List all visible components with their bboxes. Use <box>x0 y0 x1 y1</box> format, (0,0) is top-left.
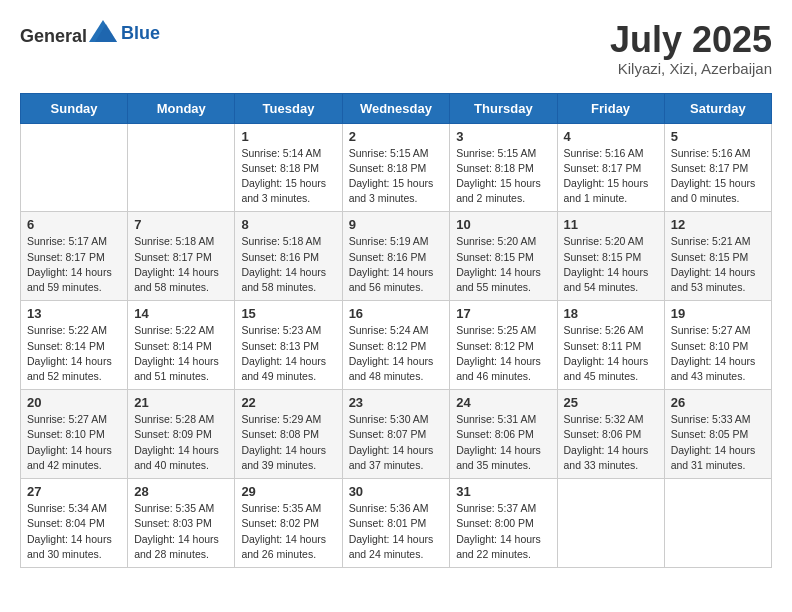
calendar-cell: 16Sunrise: 5:24 AM Sunset: 8:12 PM Dayli… <box>342 301 450 390</box>
calendar-cell: 31Sunrise: 5:37 AM Sunset: 8:00 PM Dayli… <box>450 479 557 568</box>
weekday-header: Saturday <box>664 93 771 123</box>
day-info: Sunrise: 5:24 AM Sunset: 8:12 PM Dayligh… <box>349 323 445 384</box>
day-number: 7 <box>134 217 229 232</box>
day-number: 23 <box>349 395 445 410</box>
day-info: Sunrise: 5:36 AM Sunset: 8:01 PM Dayligh… <box>349 501 445 562</box>
calendar-cell: 21Sunrise: 5:28 AM Sunset: 8:09 PM Dayli… <box>128 390 235 479</box>
calendar-cell: 5Sunrise: 5:16 AM Sunset: 8:17 PM Daylig… <box>664 123 771 212</box>
calendar-cell <box>664 479 771 568</box>
day-number: 3 <box>456 129 551 144</box>
calendar-cell: 11Sunrise: 5:20 AM Sunset: 8:15 PM Dayli… <box>557 212 664 301</box>
day-number: 22 <box>241 395 336 410</box>
day-number: 6 <box>27 217 122 232</box>
day-info: Sunrise: 5:29 AM Sunset: 8:08 PM Dayligh… <box>241 412 336 473</box>
day-number: 17 <box>456 306 551 321</box>
calendar-cell: 12Sunrise: 5:21 AM Sunset: 8:15 PM Dayli… <box>664 212 771 301</box>
title-block: July 2025 Kilyazi, Xizi, Azerbaijan <box>610 20 772 77</box>
calendar-week-row: 6Sunrise: 5:17 AM Sunset: 8:17 PM Daylig… <box>21 212 772 301</box>
day-number: 1 <box>241 129 336 144</box>
day-info: Sunrise: 5:28 AM Sunset: 8:09 PM Dayligh… <box>134 412 229 473</box>
weekday-header: Friday <box>557 93 664 123</box>
day-info: Sunrise: 5:18 AM Sunset: 8:16 PM Dayligh… <box>241 234 336 295</box>
day-info: Sunrise: 5:27 AM Sunset: 8:10 PM Dayligh… <box>27 412 122 473</box>
calendar-cell: 2Sunrise: 5:15 AM Sunset: 8:18 PM Daylig… <box>342 123 450 212</box>
day-number: 21 <box>134 395 229 410</box>
day-number: 24 <box>456 395 551 410</box>
calendar-cell: 17Sunrise: 5:25 AM Sunset: 8:12 PM Dayli… <box>450 301 557 390</box>
day-number: 11 <box>564 217 659 232</box>
day-number: 4 <box>564 129 659 144</box>
day-number: 18 <box>564 306 659 321</box>
day-info: Sunrise: 5:25 AM Sunset: 8:12 PM Dayligh… <box>456 323 551 384</box>
calendar-cell: 27Sunrise: 5:34 AM Sunset: 8:04 PM Dayli… <box>21 479 128 568</box>
day-number: 12 <box>671 217 766 232</box>
calendar-cell <box>128 123 235 212</box>
calendar-cell: 28Sunrise: 5:35 AM Sunset: 8:03 PM Dayli… <box>128 479 235 568</box>
calendar-cell: 22Sunrise: 5:29 AM Sunset: 8:08 PM Dayli… <box>235 390 342 479</box>
day-info: Sunrise: 5:32 AM Sunset: 8:06 PM Dayligh… <box>564 412 659 473</box>
logo-general: General <box>20 26 87 46</box>
calendar-table: SundayMondayTuesdayWednesdayThursdayFrid… <box>20 93 772 568</box>
calendar-cell: 8Sunrise: 5:18 AM Sunset: 8:16 PM Daylig… <box>235 212 342 301</box>
day-info: Sunrise: 5:26 AM Sunset: 8:11 PM Dayligh… <box>564 323 659 384</box>
day-number: 19 <box>671 306 766 321</box>
day-number: 29 <box>241 484 336 499</box>
calendar-week-row: 27Sunrise: 5:34 AM Sunset: 8:04 PM Dayli… <box>21 479 772 568</box>
day-info: Sunrise: 5:22 AM Sunset: 8:14 PM Dayligh… <box>27 323 122 384</box>
weekday-header: Monday <box>128 93 235 123</box>
calendar-cell: 9Sunrise: 5:19 AM Sunset: 8:16 PM Daylig… <box>342 212 450 301</box>
location: Kilyazi, Xizi, Azerbaijan <box>610 60 772 77</box>
logo: General Blue <box>20 20 160 47</box>
day-info: Sunrise: 5:22 AM Sunset: 8:14 PM Dayligh… <box>134 323 229 384</box>
day-info: Sunrise: 5:37 AM Sunset: 8:00 PM Dayligh… <box>456 501 551 562</box>
weekday-header: Tuesday <box>235 93 342 123</box>
calendar-cell: 4Sunrise: 5:16 AM Sunset: 8:17 PM Daylig… <box>557 123 664 212</box>
day-info: Sunrise: 5:16 AM Sunset: 8:17 PM Dayligh… <box>671 146 766 207</box>
calendar-week-row: 13Sunrise: 5:22 AM Sunset: 8:14 PM Dayli… <box>21 301 772 390</box>
calendar-cell: 14Sunrise: 5:22 AM Sunset: 8:14 PM Dayli… <box>128 301 235 390</box>
calendar-cell: 26Sunrise: 5:33 AM Sunset: 8:05 PM Dayli… <box>664 390 771 479</box>
calendar-cell: 25Sunrise: 5:32 AM Sunset: 8:06 PM Dayli… <box>557 390 664 479</box>
day-number: 9 <box>349 217 445 232</box>
day-info: Sunrise: 5:20 AM Sunset: 8:15 PM Dayligh… <box>564 234 659 295</box>
day-number: 2 <box>349 129 445 144</box>
day-info: Sunrise: 5:35 AM Sunset: 8:02 PM Dayligh… <box>241 501 336 562</box>
logo-icon <box>89 20 117 42</box>
day-info: Sunrise: 5:18 AM Sunset: 8:17 PM Dayligh… <box>134 234 229 295</box>
calendar-cell: 13Sunrise: 5:22 AM Sunset: 8:14 PM Dayli… <box>21 301 128 390</box>
day-number: 27 <box>27 484 122 499</box>
calendar-cell: 6Sunrise: 5:17 AM Sunset: 8:17 PM Daylig… <box>21 212 128 301</box>
calendar-week-row: 1Sunrise: 5:14 AM Sunset: 8:18 PM Daylig… <box>21 123 772 212</box>
calendar-cell: 23Sunrise: 5:30 AM Sunset: 8:07 PM Dayli… <box>342 390 450 479</box>
calendar-cell: 1Sunrise: 5:14 AM Sunset: 8:18 PM Daylig… <box>235 123 342 212</box>
calendar-cell: 10Sunrise: 5:20 AM Sunset: 8:15 PM Dayli… <box>450 212 557 301</box>
day-info: Sunrise: 5:19 AM Sunset: 8:16 PM Dayligh… <box>349 234 445 295</box>
calendar-cell: 19Sunrise: 5:27 AM Sunset: 8:10 PM Dayli… <box>664 301 771 390</box>
day-number: 15 <box>241 306 336 321</box>
calendar-week-row: 20Sunrise: 5:27 AM Sunset: 8:10 PM Dayli… <box>21 390 772 479</box>
day-number: 25 <box>564 395 659 410</box>
calendar-cell: 20Sunrise: 5:27 AM Sunset: 8:10 PM Dayli… <box>21 390 128 479</box>
day-number: 5 <box>671 129 766 144</box>
day-info: Sunrise: 5:31 AM Sunset: 8:06 PM Dayligh… <box>456 412 551 473</box>
calendar-cell: 24Sunrise: 5:31 AM Sunset: 8:06 PM Dayli… <box>450 390 557 479</box>
weekday-header: Thursday <box>450 93 557 123</box>
calendar-header-row: SundayMondayTuesdayWednesdayThursdayFrid… <box>21 93 772 123</box>
day-number: 30 <box>349 484 445 499</box>
calendar-cell: 7Sunrise: 5:18 AM Sunset: 8:17 PM Daylig… <box>128 212 235 301</box>
day-number: 8 <box>241 217 336 232</box>
calendar-cell: 29Sunrise: 5:35 AM Sunset: 8:02 PM Dayli… <box>235 479 342 568</box>
page-header: General Blue July 2025 Kilyazi, Xizi, Az… <box>20 20 772 77</box>
calendar-cell: 30Sunrise: 5:36 AM Sunset: 8:01 PM Dayli… <box>342 479 450 568</box>
day-info: Sunrise: 5:15 AM Sunset: 8:18 PM Dayligh… <box>456 146 551 207</box>
day-info: Sunrise: 5:17 AM Sunset: 8:17 PM Dayligh… <box>27 234 122 295</box>
logo-blue: Blue <box>121 23 160 43</box>
day-info: Sunrise: 5:23 AM Sunset: 8:13 PM Dayligh… <box>241 323 336 384</box>
calendar-cell <box>21 123 128 212</box>
day-info: Sunrise: 5:33 AM Sunset: 8:05 PM Dayligh… <box>671 412 766 473</box>
day-info: Sunrise: 5:30 AM Sunset: 8:07 PM Dayligh… <box>349 412 445 473</box>
day-number: 31 <box>456 484 551 499</box>
calendar-cell: 15Sunrise: 5:23 AM Sunset: 8:13 PM Dayli… <box>235 301 342 390</box>
weekday-header: Wednesday <box>342 93 450 123</box>
day-number: 14 <box>134 306 229 321</box>
